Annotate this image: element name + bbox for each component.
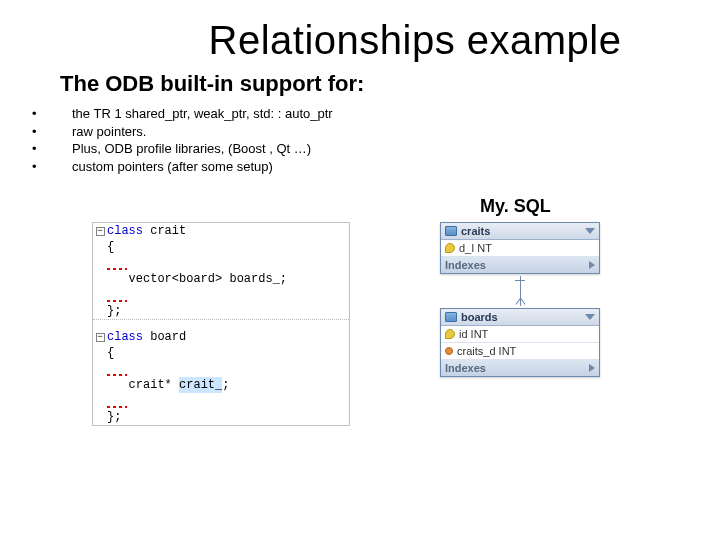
db-diagram: craits d_I NT Indexes boards [420,222,620,426]
chevron-down-icon [585,228,595,234]
indexes-row: Indexes [441,360,599,376]
table-icon [445,312,457,322]
brace: }; [107,303,121,319]
table-icon [445,226,457,236]
keyword: class [107,329,143,345]
highlighted-token: crait_ [179,377,222,393]
error-squiggle-icon [107,374,127,376]
table-header: craits [441,223,599,240]
table-name: craits [461,225,490,237]
class-name: crait [143,223,186,239]
code-panel: − class crait { vector<board> boards_; }… [92,222,350,426]
column-icon [445,347,453,355]
chevron-right-icon [589,364,595,372]
content-row: − class crait { vector<board> boards_; }… [92,222,620,426]
indexes-label: Indexes [445,362,486,374]
fold-minus-icon[interactable]: − [96,333,105,342]
fold-minus-icon[interactable]: − [96,227,105,236]
table-column: d_I NT [441,240,599,257]
column-name: d_I NT [459,242,492,254]
table-header: boards [441,309,599,326]
column-name: id INT [459,328,488,340]
error-squiggle-icon [107,268,127,270]
crowfoot-icon [513,298,527,306]
key-icon [445,243,455,253]
member-type: vector<board> [129,271,223,287]
slide-title: Relationships example [110,18,720,63]
table-column: id INT [441,326,599,343]
class-name: board [143,329,186,345]
brace: { [107,345,114,361]
list-item: the TR 1 shared_ptr, weak_ptr, std: : au… [32,105,720,123]
column-name: craits_d INT [457,345,516,357]
mysql-label: My. SQL [480,196,551,217]
list-item: Plus, ODB profile libraries, (Boost , Qt… [32,140,720,158]
chevron-down-icon [585,314,595,320]
member-name: ; [222,377,229,393]
slide-subtitle: The ODB built-in support for: [60,71,720,97]
member-type: crait* [129,377,172,393]
bullet-list: the TR 1 shared_ptr, weak_ptr, std: : au… [32,105,720,175]
error-squiggle-icon [107,406,127,408]
key-icon [445,329,455,339]
list-item: custom pointers (after some setup) [32,158,720,176]
brace: { [107,239,114,255]
db-table-boards: boards id INT craits_d INT Indexes [440,308,600,377]
member-name [172,377,179,393]
chevron-right-icon [589,261,595,269]
code-separator [93,319,349,329]
list-item: raw pointers. [32,123,720,141]
indexes-row: Indexes [441,257,599,273]
db-table-craits: craits d_I NT Indexes [440,222,600,274]
member-name: boards_; [222,271,287,287]
brace: }; [107,409,121,425]
relationship-connector [513,276,527,306]
error-squiggle-icon [107,300,127,302]
keyword: class [107,223,143,239]
table-column: craits_d INT [441,343,599,360]
indexes-label: Indexes [445,259,486,271]
table-name: boards [461,311,498,323]
